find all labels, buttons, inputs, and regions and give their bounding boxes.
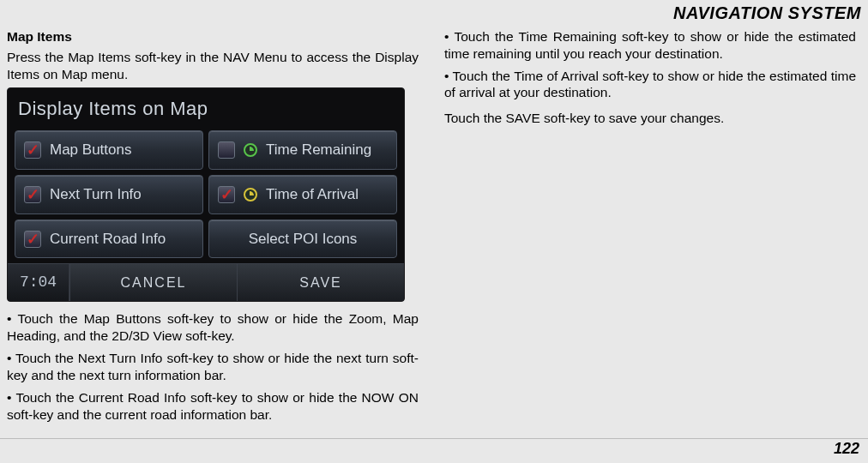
- option-label: Current Road Info: [50, 230, 166, 249]
- option-next-turn-info[interactable]: Next Turn Info: [15, 175, 203, 214]
- right-column: • Touch the Time Remaining soft-key to s…: [444, 28, 856, 428]
- footer-divider: [0, 438, 868, 439]
- screen-footer: 7:04 CANCEL SAVE: [8, 263, 404, 301]
- bullet-map-buttons: • Touch the Map Buttons soft-key to show…: [7, 310, 419, 345]
- option-time-of-arrival[interactable]: Time of Arrival: [208, 175, 397, 214]
- bullet-time-remaining: • Touch the Time Remaining soft-key to s…: [444, 28, 856, 63]
- clock-icon: [244, 188, 257, 201]
- option-select-poi-icons[interactable]: Select POI Icons: [208, 219, 397, 259]
- option-label: Map Buttons: [50, 141, 131, 159]
- option-label: Time Remaining: [266, 141, 371, 159]
- option-time-remaining[interactable]: Time Remaining: [208, 130, 397, 170]
- checkbox-icon: [218, 141, 235, 159]
- map-items-heading: Map Items: [7, 28, 419, 45]
- option-label: Select POI Icons: [249, 230, 358, 249]
- page: NAVIGATION SYSTEM Map Items Press the Ma…: [0, 0, 868, 463]
- checkbox-icon: [24, 186, 41, 203]
- page-number: 122: [834, 440, 859, 458]
- bullet-time-of-arrival: • Touch the Time of Arrival soft-key to …: [444, 68, 856, 102]
- option-current-road-info[interactable]: Current Road Info: [15, 219, 203, 259]
- cancel-button[interactable]: CANCEL: [69, 264, 237, 301]
- option-label: Next Turn Info: [50, 185, 142, 204]
- option-map-buttons[interactable]: Map Buttons: [15, 130, 203, 170]
- section-header: NAVIGATION SYSTEM: [0, 0, 868, 28]
- intro-paragraph: Press the Map Items soft-key in the NAV …: [7, 49, 419, 83]
- option-label: Time of Arrival: [266, 185, 359, 204]
- save-button[interactable]: SAVE: [237, 264, 404, 301]
- bullet-current-road: • Touch the Current Road Info soft-key t…: [7, 389, 419, 424]
- checkbox-icon: [24, 231, 41, 248]
- display-items-screen: Display Items on Map Map Buttons Time Re…: [7, 87, 405, 302]
- checkbox-icon: [218, 186, 235, 203]
- checkbox-icon: [24, 141, 41, 159]
- left-column: Map Items Press the Map Items soft-key i…: [7, 28, 419, 428]
- save-instruction: Touch the SAVE soft-key to save your cha…: [444, 110, 856, 127]
- clock-icon: [244, 143, 257, 157]
- bullet-next-turn: • Touch the Next Turn Info soft-key to s…: [7, 350, 419, 384]
- body-columns: Map Items Press the Map Items soft-key i…: [0, 28, 868, 428]
- clock-display: 7:04: [8, 264, 69, 301]
- screen-options-grid: Map Buttons Time Remaining Next Turn Inf…: [8, 127, 404, 264]
- screen-title: Display Items on Map: [8, 88, 404, 126]
